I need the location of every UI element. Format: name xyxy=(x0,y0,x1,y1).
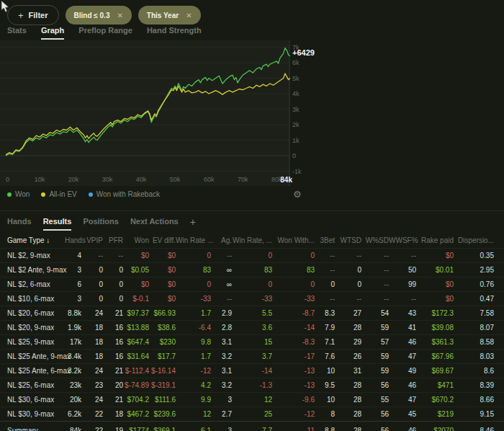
stat-cell: ∞ xyxy=(211,266,232,274)
stat-cell: $471 xyxy=(416,381,454,389)
svg-text:0: 0 xyxy=(292,152,296,159)
svg-text:-1k: -1k xyxy=(292,168,302,175)
stat-cell: -13 xyxy=(272,381,315,389)
stat-cell: -13 xyxy=(272,367,315,375)
tab-hand-strength[interactable]: Hand Strength xyxy=(147,26,202,40)
stat-cell: 20k xyxy=(65,396,81,404)
game-type-cell: NL $2, 9-max xyxy=(7,252,65,259)
column-header[interactable]: WTSD xyxy=(335,236,361,244)
tab-positions[interactable]: Positions xyxy=(83,217,119,231)
table-row[interactable]: NL $25 Ante, 6-max3.2k2421$-112.4$-16.14… xyxy=(0,363,504,378)
stat-cell: 0 xyxy=(335,280,361,288)
results-table: Game Type ↓HandsVPIPPFRWonEV diff.Win Ra… xyxy=(0,232,504,431)
column-header[interactable]: Won xyxy=(123,236,149,244)
stat-cell: 5.5 xyxy=(232,309,272,317)
stat-cell: 1.7 xyxy=(176,309,211,317)
table-row[interactable]: NL $25, 6-max23k2320$-74.89$-319.14.23.2… xyxy=(0,378,504,392)
column-header[interactable]: Dispersio... xyxy=(454,236,494,244)
stat-cell: -- xyxy=(361,280,389,288)
svg-text:40k: 40k xyxy=(136,176,147,183)
column-header[interactable]: VPIP xyxy=(81,236,103,244)
stat-cell: $69.67 xyxy=(416,367,454,375)
stat-cell: 1.7 xyxy=(176,352,211,360)
column-header[interactable]: W%SD xyxy=(361,236,389,244)
column-header[interactable]: Win Rate ... xyxy=(176,236,211,244)
app-window: + Filter Blind ≤ 0.3✕This Year✕ StatsGra… xyxy=(0,0,504,431)
legend-dot-icon xyxy=(89,192,93,197)
table-row[interactable]: NL $20, 9-max1.9k1816$13.88$38.6-6.42.83… xyxy=(0,320,504,334)
gear-icon[interactable]: ⚙ xyxy=(293,189,302,200)
stat-cell: 59 xyxy=(361,324,389,332)
tab-stats[interactable]: Stats xyxy=(7,26,27,40)
column-header[interactable]: 3Bet xyxy=(315,236,335,244)
stat-cell: $239.6 xyxy=(149,410,176,418)
stat-cell: -8.7 xyxy=(272,309,315,317)
stat-cell: 3.2k xyxy=(65,367,81,375)
table-summary-row[interactable]: Summary84k2219$1774$369.16.137.7-118.828… xyxy=(0,421,504,431)
legend-item-won-with-rakeback[interactable]: Won with Rakeback xyxy=(89,190,160,198)
column-header[interactable]: Win Rate, ... xyxy=(232,236,272,244)
column-header[interactable]: EV diff. xyxy=(149,236,176,244)
game-type-cell: NL $2 Ante, 9-max xyxy=(7,266,65,274)
winnings-graph[interactable]: 7k6k5k4k3k2k1k0-1k010k20k30k40k50k60k70k… xyxy=(0,40,310,186)
legend-item-won[interactable]: Won xyxy=(7,190,30,198)
stat-cell: $647.4 xyxy=(123,338,149,346)
column-header[interactable]: Rake paid xyxy=(416,236,454,244)
filter-chip[interactable]: This Year✕ xyxy=(138,6,201,25)
legend-item-all-in-ev[interactable]: All-in EV xyxy=(41,190,76,198)
filter-chip-label: This Year xyxy=(147,12,179,19)
game-type-cell: NL $20, 6-max xyxy=(7,309,65,317)
tab-hands[interactable]: Hands xyxy=(7,217,32,231)
table-row[interactable]: NL $20, 6-max8.8k2421$97.37$66.931.72.95… xyxy=(0,306,504,320)
stat-cell: 28 xyxy=(335,410,361,418)
column-header[interactable]: Game Type ↓ xyxy=(7,236,65,244)
table-row[interactable]: NL $30, 6-max20k2421$704.2$111.69.9312-9… xyxy=(0,392,504,406)
stat-cell: 56 xyxy=(361,427,389,431)
column-header[interactable]: PFR xyxy=(103,236,123,244)
table-row[interactable]: NL $2 Ante, 9-max300$0.05$083∞8383--0--5… xyxy=(0,262,504,277)
game-type-cell: NL $10, 6-max xyxy=(7,295,65,303)
column-header[interactable]: WWSF% xyxy=(389,236,416,244)
stat-cell: 16 xyxy=(103,338,123,346)
stat-cell: 2.7 xyxy=(211,410,232,418)
stat-cell: $66.93 xyxy=(149,309,176,317)
add-filter-button[interactable]: + Filter xyxy=(7,5,59,25)
stat-cell: $0.05 xyxy=(123,266,149,274)
tab-graph[interactable]: Graph xyxy=(41,26,64,40)
table-header-row: Game Type ↓HandsVPIPPFRWonEV diff.Win Ra… xyxy=(0,232,504,248)
column-header[interactable]: Ag. xyxy=(211,236,232,244)
table-row[interactable]: NL $2, 9-max4----$0$00--00--------$00.35 xyxy=(0,248,504,262)
stat-cell: 28 xyxy=(335,427,361,431)
chip-close-icon[interactable]: ✕ xyxy=(186,12,192,19)
stat-cell: $39.08 xyxy=(416,324,454,332)
stat-cell: 0.35 xyxy=(454,252,494,259)
stat-cell: -9.6 xyxy=(272,396,315,404)
add-tab-button[interactable]: + xyxy=(190,216,196,231)
table-row[interactable]: NL $2, 6-max600$0$00∞0000--99$00.76 xyxy=(0,277,504,291)
stat-cell: 3.1 xyxy=(211,367,232,375)
stat-cell: 46 xyxy=(389,427,416,431)
stat-cell: 28 xyxy=(335,396,361,404)
stat-cell: 12 xyxy=(232,396,272,404)
tab-next-actions[interactable]: Next Actions xyxy=(130,217,179,231)
table-row[interactable]: NL $10, 6-max300$-0.1$0-33---33-33------… xyxy=(0,291,504,306)
column-header[interactable]: Won With... xyxy=(272,236,315,244)
legend-dot-icon xyxy=(41,192,45,197)
table-row[interactable]: NL $25, 9-max17k1816$647.4$2309.83.115-8… xyxy=(0,334,504,349)
game-type-cell: NL $2, 6-max xyxy=(7,280,65,288)
stat-cell: 28 xyxy=(335,381,361,389)
column-header[interactable]: Hands xyxy=(65,236,81,244)
stat-cell: 2.8 xyxy=(211,324,232,332)
tab-preflop-range[interactable]: Preflop Range xyxy=(78,26,132,40)
table-row[interactable]: NL $25 Ante, 9-max3.4k1816$31.64$17.71.7… xyxy=(0,349,504,363)
stat-cell: 3.4k xyxy=(65,352,81,360)
table-row[interactable]: NL $30, 9-max6.2k2218$467.2$239.6122.725… xyxy=(0,406,504,421)
stat-cell: $-74.89 xyxy=(123,381,149,389)
stat-cell: 47 xyxy=(389,396,416,404)
chip-close-icon[interactable]: ✕ xyxy=(117,12,122,19)
tab-results[interactable]: Results xyxy=(43,217,72,231)
stat-cell: -- xyxy=(211,295,232,303)
results-section: HandsResultsPositionsNext Actions+ Game … xyxy=(0,210,504,431)
filter-chip[interactable]: Blind ≤ 0.3✕ xyxy=(66,6,132,25)
svg-text:2k: 2k xyxy=(292,121,300,128)
